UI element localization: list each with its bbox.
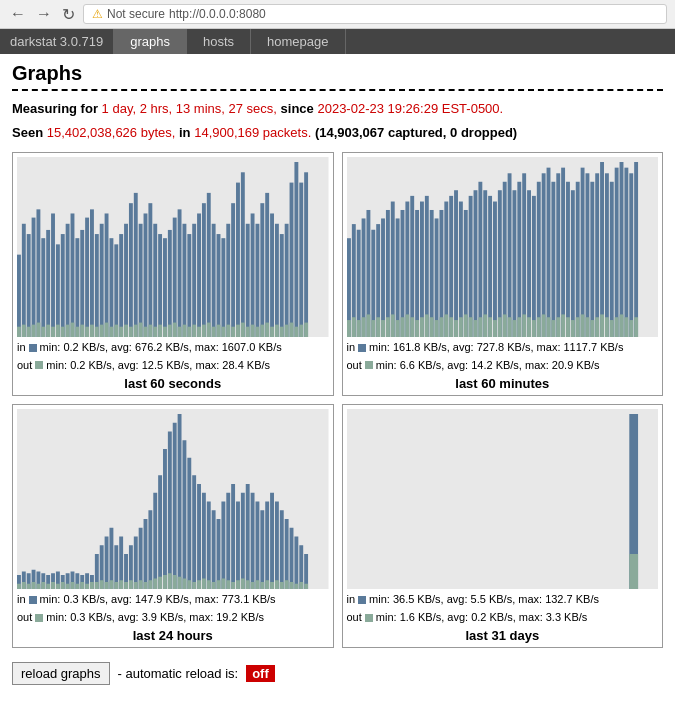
auto-reload-label: - automatic reload is: (118, 666, 239, 681)
svg-rect-145 (400, 317, 404, 337)
svg-rect-320 (202, 579, 206, 590)
svg-rect-189 (507, 317, 511, 337)
svg-rect-310 (178, 577, 182, 589)
svg-rect-195 (522, 314, 526, 337)
in-min-label: min: 0.3 KB/s, avg: 147.9 KB/s, max: 773… (40, 591, 276, 609)
svg-rect-15 (51, 213, 55, 337)
svg-rect-325 (217, 519, 221, 589)
svg-rect-194 (522, 173, 526, 337)
reload-browser-button[interactable]: ↻ (60, 5, 77, 24)
svg-rect-133 (371, 320, 375, 337)
graph-24h: in min: 0.3 KB/s, avg: 147.9 KB/s, max: … (12, 404, 334, 648)
seen-label: Seen (12, 125, 43, 140)
svg-rect-215 (570, 320, 574, 337)
svg-rect-241 (634, 317, 638, 337)
svg-rect-66 (173, 323, 177, 337)
out-stat-row: out min: 0.3 KB/s, avg: 3.9 KB/s, max: 1… (17, 609, 329, 627)
svg-rect-190 (512, 190, 516, 337)
svg-rect-326 (217, 580, 221, 589)
svg-rect-341 (255, 502, 259, 590)
svg-rect-252 (36, 584, 40, 589)
svg-rect-176 (478, 182, 482, 337)
reload-graphs-button[interactable]: reload graphs (12, 662, 110, 685)
out-legend (35, 361, 43, 369)
svg-rect-254 (41, 582, 45, 589)
tab-graphs[interactable]: graphs (114, 29, 187, 54)
svg-rect-301 (158, 475, 162, 589)
svg-rect-42 (114, 325, 118, 337)
svg-rect-329 (226, 493, 230, 589)
svg-rect-214 (570, 190, 574, 337)
svg-rect-71 (187, 234, 191, 337)
svg-rect-278 (100, 580, 104, 589)
svg-rect-16 (51, 327, 55, 337)
svg-rect-206 (551, 182, 555, 337)
tab-hosts[interactable]: hosts (187, 29, 251, 54)
svg-rect-7 (32, 218, 36, 337)
svg-rect-228 (604, 173, 608, 337)
measuring-line: Measuring for 1 day, 2 hrs, 13 mins, 27 … (12, 99, 663, 119)
svg-rect-157 (429, 317, 433, 337)
tab-homepage[interactable]: homepage (251, 29, 345, 54)
svg-rect-272 (85, 584, 89, 589)
svg-rect-311 (182, 440, 186, 589)
svg-rect-363 (347, 409, 659, 589)
svg-rect-348 (270, 582, 274, 589)
svg-rect-37 (105, 213, 109, 337)
svg-rect-297 (148, 510, 152, 589)
svg-rect-48 (129, 327, 133, 337)
svg-rect-207 (551, 320, 555, 337)
svg-rect-300 (153, 579, 157, 590)
svg-rect-49 (134, 193, 138, 337)
back-button[interactable]: ← (8, 5, 28, 23)
measuring-value: 1 day, 2 hrs, 13 mins, 27 secs, (102, 101, 277, 116)
svg-rect-210 (561, 168, 565, 337)
graph-svg-60s (17, 157, 329, 337)
svg-rect-293 (139, 528, 143, 589)
in-min-label: min: 0.2 KB/s, avg: 676.2 KB/s, max: 160… (40, 339, 282, 357)
svg-rect-309 (178, 414, 182, 589)
svg-rect-200 (536, 182, 540, 337)
svg-rect-239 (629, 320, 633, 337)
graph-svg-24h (17, 409, 329, 589)
svg-rect-20 (61, 327, 65, 337)
address-bar[interactable]: ⚠ Not secure http://0.0.0.0:8080 (83, 4, 667, 24)
svg-rect-280 (105, 582, 109, 589)
svg-rect-123 (347, 320, 351, 337)
svg-rect-365 (629, 554, 638, 589)
svg-rect-159 (434, 320, 438, 337)
svg-rect-69 (182, 224, 186, 337)
svg-rect-142 (395, 218, 399, 337)
svg-rect-97 (251, 213, 255, 337)
svg-rect-188 (507, 173, 511, 337)
svg-rect-345 (265, 502, 269, 590)
svg-rect-164 (449, 196, 453, 337)
svg-rect-172 (468, 196, 472, 337)
svg-rect-264 (66, 584, 70, 589)
svg-rect-193 (517, 317, 521, 337)
svg-rect-250 (32, 582, 36, 589)
svg-rect-108 (275, 325, 279, 337)
svg-rect-117 (299, 183, 303, 337)
svg-rect-131 (366, 314, 370, 337)
measuring-label: Measuring for (12, 101, 98, 116)
svg-rect-279 (105, 537, 109, 590)
svg-rect-336 (241, 579, 245, 590)
out-min-label: min: 6.6 KB/s, avg: 14.2 KB/s, max: 20.9… (376, 357, 600, 375)
svg-rect-59 (158, 234, 162, 337)
forward-button[interactable]: → (34, 5, 54, 23)
svg-rect-353 (285, 519, 289, 589)
svg-rect-163 (444, 314, 448, 337)
svg-rect-362 (304, 584, 308, 589)
svg-rect-118 (299, 325, 303, 337)
svg-rect-5 (27, 234, 31, 337)
svg-rect-268 (75, 584, 79, 589)
browser-bar: ← → ↻ ⚠ Not secure http://0.0.0.0:8080 (0, 0, 675, 29)
svg-rect-306 (168, 573, 172, 589)
svg-rect-50 (134, 325, 138, 337)
in-stat-row: in min: 161.8 KB/s, avg: 727.8 KB/s, max… (347, 339, 659, 357)
svg-rect-82 (212, 327, 216, 337)
svg-rect-44 (119, 327, 123, 337)
security-text: Not secure (107, 7, 165, 21)
svg-rect-343 (260, 510, 264, 589)
